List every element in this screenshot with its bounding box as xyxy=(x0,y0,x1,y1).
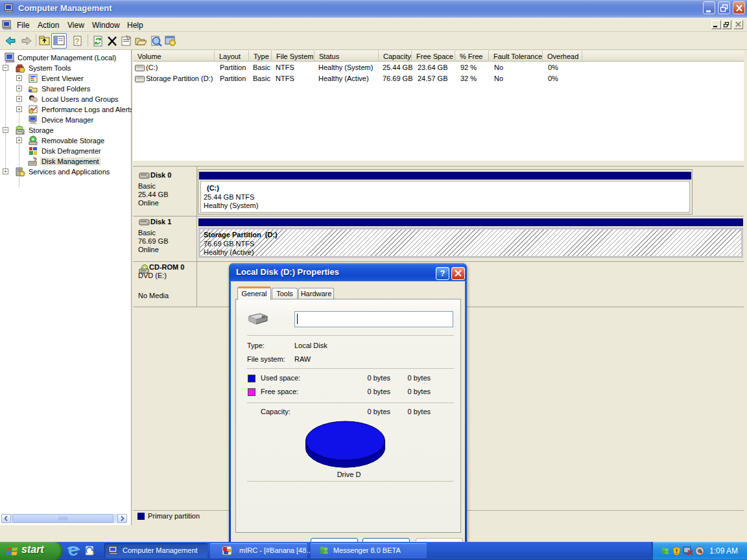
svg-text:?: ? xyxy=(75,37,79,46)
